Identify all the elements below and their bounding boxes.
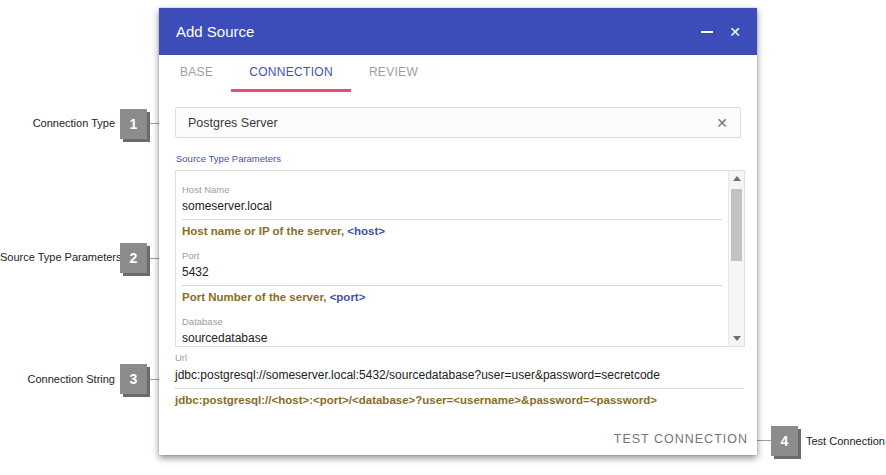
callout-label-connection-string: Connection String xyxy=(0,373,115,385)
database-field[interactable]: Database sourcedatabase xyxy=(182,303,722,346)
host-name-value[interactable]: someserver.local xyxy=(182,199,722,220)
connection-type-value: Postgres Server xyxy=(176,116,716,130)
scrollbar-thumb[interactable] xyxy=(731,189,742,261)
parameters-scroll-content: Host Name someserver.local Host name or … xyxy=(176,171,728,346)
test-connection-button[interactable]: TEST CONNECTION xyxy=(614,432,748,446)
tab-connection[interactable]: CONNECTION xyxy=(231,55,351,92)
host-name-label: Host Name xyxy=(182,184,722,195)
callout-label-connection-type: Connection Type xyxy=(0,117,115,129)
port-hint: Port Number of the server, <port> xyxy=(182,291,722,303)
minimize-icon[interactable] xyxy=(701,31,713,33)
callout-label-source-type-parameters: Source Type Parameters xyxy=(0,251,115,263)
hint-text: Host name or IP of the server, xyxy=(182,225,347,237)
source-type-parameters-label: Source Type Parameters xyxy=(176,153,281,164)
url-hint: jdbc:postgresql://<host>:<port>/<databas… xyxy=(175,394,744,406)
close-icon[interactable]: ✕ xyxy=(729,25,741,39)
callout-badge-2: 2 xyxy=(120,243,147,273)
add-source-dialog: Add Source ✕ BASE CONNECTION REVIEW Post… xyxy=(159,8,757,455)
tab-base[interactable]: BASE xyxy=(162,55,231,92)
source-type-parameters-panel: Host Name someserver.local Host name or … xyxy=(175,170,745,347)
port-value[interactable]: 5432 xyxy=(182,265,722,286)
hint-placeholder: <port> xyxy=(330,291,366,303)
connection-type-input[interactable]: Postgres Server ✕ xyxy=(175,107,741,138)
window-controls: ✕ xyxy=(701,25,757,39)
hint-text: Port Number of the server, xyxy=(182,291,330,303)
port-label: Port xyxy=(182,250,722,261)
scroll-down-arrow-icon[interactable] xyxy=(729,331,745,346)
callout-label-test-connection: Test Connection xyxy=(806,435,885,447)
url-field[interactable]: Url jdbc:postgresql://someserver.local:5… xyxy=(175,352,744,406)
hint-placeholder: <host> xyxy=(347,225,385,237)
scroll-up-arrow-icon[interactable] xyxy=(729,171,745,186)
page: Connection Type Source Type Parameters C… xyxy=(0,0,886,475)
port-field[interactable]: Port 5432 Port Number of the server, <po… xyxy=(182,237,722,303)
dialog-title: Add Source xyxy=(159,23,701,40)
dialog-titlebar: Add Source ✕ xyxy=(159,8,757,55)
callout-badge-4: 4 xyxy=(771,426,798,456)
callout-badge-1: 1 xyxy=(120,109,147,139)
host-name-hint: Host name or IP of the server, <host> xyxy=(182,225,722,237)
scrollbar[interactable] xyxy=(728,171,744,346)
tab-bar: BASE CONNECTION REVIEW xyxy=(159,55,757,92)
callout-badge-3: 3 xyxy=(120,364,147,394)
database-label: Database xyxy=(182,316,722,327)
url-label: Url xyxy=(175,352,744,363)
host-name-field[interactable]: Host Name someserver.local Host name or … xyxy=(182,171,722,237)
clear-icon[interactable]: ✕ xyxy=(716,115,740,131)
database-value[interactable]: sourcedatabase xyxy=(182,331,722,346)
tab-review[interactable]: REVIEW xyxy=(351,55,436,92)
url-value[interactable]: jdbc:postgresql://someserver.local:5432/… xyxy=(175,368,744,389)
